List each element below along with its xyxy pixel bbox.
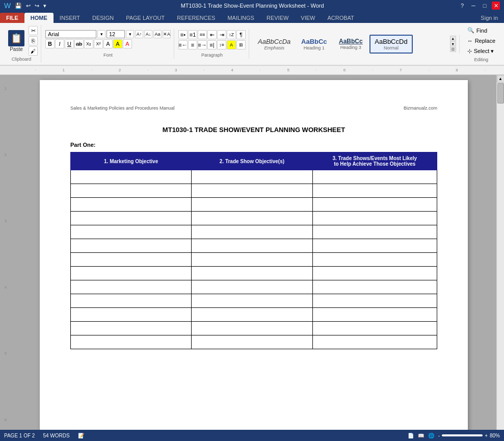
help-button[interactable]: ? (458, 2, 466, 10)
table-row[interactable] (71, 170, 437, 184)
table-cell-8-0[interactable] (71, 280, 192, 294)
table-cell-9-1[interactable] (192, 294, 312, 308)
table-row[interactable] (71, 184, 437, 198)
table-cell-7-0[interactable] (71, 267, 192, 280)
table-row[interactable] (71, 239, 437, 253)
table-cell-8-2[interactable] (312, 280, 437, 294)
multilevel-list-button[interactable]: ≡≡ (198, 30, 207, 39)
text-highlight-button[interactable]: A (113, 39, 122, 48)
style-normal[interactable]: AaBbCcDd Normal (369, 35, 412, 54)
table-row[interactable] (71, 212, 437, 225)
styles-expand[interactable]: ⊡ (450, 47, 456, 52)
tab-page-layout[interactable]: PAGE LAYOUT (120, 13, 171, 23)
table-cell-10-1[interactable] (192, 308, 312, 322)
subscript-button[interactable]: X₂ (84, 39, 93, 48)
table-cell-6-2[interactable] (312, 253, 437, 267)
vertical-scrollbar[interactable]: ▲ ▼ (496, 75, 504, 441)
justify-button[interactable]: ≡| (207, 40, 217, 49)
replace-button[interactable]: ↔ Replace (464, 36, 499, 45)
table-row[interactable] (71, 335, 437, 349)
table-cell-7-2[interactable] (312, 267, 437, 280)
table-cell-2-1[interactable] (192, 198, 312, 212)
tab-mailings[interactable]: MAILINGS (221, 13, 260, 23)
table-cell-0-2[interactable] (312, 170, 437, 184)
tab-insert[interactable]: INSERT (54, 13, 86, 23)
quick-undo[interactable]: ↩ (26, 3, 31, 9)
paste-button[interactable]: 📋 Paste (5, 29, 28, 53)
tab-view[interactable]: VIEW (295, 13, 321, 23)
table-cell-4-2[interactable] (312, 225, 437, 239)
strikethrough-button[interactable]: ab (74, 39, 84, 48)
tab-file[interactable]: FILE (0, 13, 24, 23)
table-cell-1-2[interactable] (312, 184, 437, 198)
underline-button[interactable]: U (65, 39, 74, 48)
part-one-label[interactable]: Part One: (70, 142, 437, 148)
scroll-thumb[interactable] (497, 83, 504, 103)
table-cell-3-2[interactable] (312, 212, 437, 225)
zoom-control[interactable]: - + 80% (438, 433, 500, 438)
increase-font-button[interactable]: A↑ (135, 30, 143, 38)
table-row[interactable] (71, 322, 437, 335)
decrease-indent-button[interactable]: ⇤ (207, 30, 217, 39)
table-cell-2-2[interactable] (312, 198, 437, 212)
decrease-font-button[interactable]: A↓ (144, 30, 152, 38)
style-heading3[interactable]: AaBbCc Heading 3 (333, 35, 368, 53)
table-row[interactable] (71, 225, 437, 239)
table-cell-1-0[interactable] (71, 184, 192, 198)
superscript-button[interactable]: X² (94, 39, 103, 48)
numbering-button[interactable]: ≡1 (188, 30, 197, 39)
table-cell-11-2[interactable] (312, 322, 437, 335)
view-web-button[interactable]: 🌐 (428, 433, 434, 438)
table-cell-5-2[interactable] (312, 239, 437, 253)
table-cell-11-1[interactable] (192, 322, 312, 335)
style-emphasis[interactable]: AaBbCcDa Emphasis (253, 35, 295, 53)
table-cell-6-1[interactable] (192, 253, 312, 267)
style-heading1[interactable]: AaBbCc Heading 1 (296, 35, 332, 53)
table-cell-1-1[interactable] (192, 184, 312, 198)
table-row[interactable] (71, 267, 437, 280)
table-row[interactable] (71, 308, 437, 322)
bold-button[interactable]: B (45, 39, 55, 48)
styles-scroll-down[interactable]: ▼ (450, 41, 456, 46)
table-cell-7-1[interactable] (192, 267, 312, 280)
table-cell-4-0[interactable] (71, 225, 192, 239)
styles-scroll-up[interactable]: ▲ (450, 36, 456, 41)
table-cell-11-0[interactable] (71, 322, 192, 335)
minimize-button[interactable]: ─ (469, 2, 478, 10)
scroll-up-button[interactable]: ▲ (497, 75, 505, 83)
document-area[interactable]: Sales & Marketing Policies and Procedure… (11, 75, 496, 441)
show-hide-button[interactable]: ¶ (236, 30, 246, 39)
align-left-button[interactable]: ≡← (178, 40, 188, 49)
find-button[interactable]: 🔍 Find (464, 25, 499, 35)
sign-in-button[interactable]: Sign in (474, 13, 504, 23)
table-row[interactable] (71, 253, 437, 267)
table-cell-6-0[interactable] (71, 253, 192, 267)
borders-button[interactable]: ⊞ (236, 40, 246, 49)
tab-review[interactable]: REVIEW (260, 13, 295, 23)
doc-title[interactable]: MT1030-1 TRADE SHOW/EVENT PLANNING WORKS… (70, 126, 437, 134)
format-painter-button[interactable]: 🖌 (29, 46, 38, 56)
table-cell-0-1[interactable] (192, 170, 312, 184)
select-button[interactable]: ⊹ Select ▾ (464, 46, 499, 56)
table-cell-0-0[interactable] (71, 170, 192, 184)
view-read-button[interactable]: 📖 (418, 433, 424, 438)
close-button[interactable]: ✕ (492, 2, 500, 10)
tab-references[interactable]: REFERENCES (171, 13, 221, 23)
table-cell-10-2[interactable] (312, 308, 437, 322)
align-center-button[interactable]: ≡ (188, 40, 197, 49)
table-cell-2-0[interactable] (71, 198, 192, 212)
change-case-button[interactable]: Aa (153, 30, 162, 38)
table-cell-5-1[interactable] (192, 239, 312, 253)
table-cell-9-0[interactable] (71, 294, 192, 308)
text-effects-button[interactable]: A (103, 39, 113, 48)
table-cell-9-2[interactable] (312, 294, 437, 308)
quick-redo[interactable]: ↪ (35, 3, 39, 9)
bullets-button[interactable]: ≡• (178, 30, 188, 39)
zoom-in-button[interactable]: + (485, 433, 488, 438)
cut-button[interactable]: ✂ (29, 26, 38, 35)
table-cell-8-1[interactable] (192, 280, 312, 294)
proofing-icon[interactable]: 📝 (78, 433, 84, 438)
maximize-button[interactable]: □ (481, 2, 489, 10)
scroll-track[interactable] (497, 83, 505, 441)
table-cell-3-1[interactable] (192, 212, 312, 225)
